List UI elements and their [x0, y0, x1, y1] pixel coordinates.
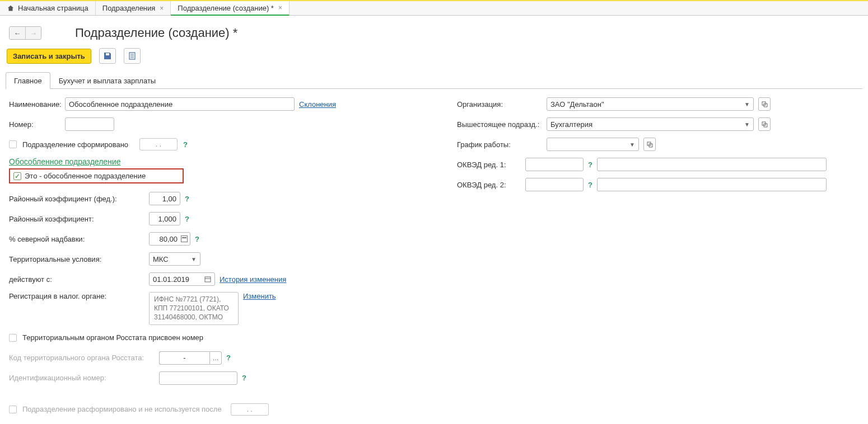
- sched-open-button[interactable]: [643, 138, 656, 151]
- list-button[interactable]: [124, 48, 141, 64]
- disband-date-input[interactable]: . .: [231, 403, 269, 416]
- tab-subdivisions-label: Подразделения: [102, 4, 156, 12]
- rosstat-checkbox[interactable]: [9, 334, 17, 342]
- north-input[interactable]: 80,00: [153, 235, 178, 243]
- coef-fed-input[interactable]: [149, 192, 180, 205]
- okved2-name-input[interactable]: [597, 178, 827, 191]
- number-label: Номер:: [9, 120, 65, 129]
- name-input[interactable]: [65, 97, 295, 111]
- help-icon[interactable]: ?: [195, 235, 199, 243]
- parent-value: Бухгалтерия: [550, 120, 592, 129]
- disband-checkbox[interactable]: [9, 406, 17, 413]
- reg-readonly: ИФНС №7721 (7721), КПП 772100101, ОКАТО …: [149, 292, 239, 325]
- formed-date-input[interactable]: . .: [139, 138, 178, 150]
- parent-label: Вышестоящее подразд.:: [457, 120, 547, 129]
- tab-subdivision-create[interactable]: Подразделение (создание) * ×: [171, 1, 290, 16]
- ident-label: Идентификационный номер:: [9, 374, 159, 382]
- calculator-icon[interactable]: [181, 235, 188, 242]
- page-title: Подразделение (создание) *: [75, 26, 237, 40]
- nav-back-button[interactable]: ←: [10, 27, 25, 39]
- close-icon[interactable]: ×: [278, 4, 282, 12]
- rosstat-label: Территориальным органом Росстата присвое…: [22, 333, 203, 342]
- okved1-label: ОКВЭД ред. 1:: [457, 161, 525, 169]
- okved2-code-input[interactable]: [525, 178, 584, 191]
- svg-rect-4: [205, 277, 211, 282]
- open-icon: [762, 121, 768, 128]
- help-icon[interactable]: ?: [588, 181, 592, 189]
- parent-open-button[interactable]: [758, 117, 771, 131]
- nav-forward-button[interactable]: →: [25, 27, 41, 39]
- tab-subdivision-create-label: Подразделение (создание) *: [178, 4, 274, 12]
- org-value: ЗАО "Дельтаон": [550, 100, 604, 109]
- help-icon[interactable]: ?: [226, 354, 231, 362]
- separate-section-title: Обособленное подразделение: [9, 157, 435, 166]
- rosstat-code-input[interactable]: [159, 351, 209, 365]
- save-icon: [103, 51, 112, 60]
- rosstat-lookup-button[interactable]: …: [209, 351, 222, 365]
- coef-fed-label: Районный коэффициент (фед.):: [9, 195, 149, 203]
- okved1-name-input[interactable]: [597, 158, 827, 171]
- parent-select[interactable]: Бухгалтерия ▼: [547, 117, 754, 131]
- tab-accounting[interactable]: Бухучет и выплата зарплаты: [50, 72, 165, 89]
- tab-main[interactable]: Главное: [6, 72, 50, 89]
- valid-from-input[interactable]: 01.01.2019: [149, 272, 215, 286]
- chevron-down-icon: ▼: [191, 256, 197, 262]
- is-separate-label: Это - обособленное подразделение: [25, 172, 146, 180]
- coef-label: Районный коэффициент:: [9, 215, 149, 223]
- nav-buttons: ← →: [9, 26, 41, 40]
- org-label: Организация:: [457, 100, 547, 109]
- number-input[interactable]: [65, 117, 114, 131]
- okved2-label: ОКВЭД ред. 2:: [457, 181, 525, 189]
- sched-select[interactable]: ▼: [547, 138, 639, 151]
- ident-input[interactable]: [159, 371, 237, 385]
- okved1-code-input[interactable]: [525, 158, 584, 171]
- save-button[interactable]: [99, 48, 116, 64]
- north-label: % северной надбавки:: [9, 235, 149, 243]
- help-icon[interactable]: ?: [185, 195, 189, 203]
- org-select[interactable]: ЗАО "Дельтаон" ▼: [547, 97, 754, 111]
- tab-home[interactable]: Начальная страница: [0, 1, 96, 15]
- help-icon[interactable]: ?: [185, 215, 189, 223]
- top-tab-bar: Начальная страница Подразделения × Подра…: [0, 0, 868, 16]
- save-close-button[interactable]: Записать и закрыть: [7, 49, 91, 64]
- help-icon[interactable]: ?: [242, 374, 246, 382]
- form-tabs: Главное Бухучет и выплата зарплаты: [6, 72, 862, 89]
- help-icon[interactable]: ?: [183, 140, 188, 149]
- terr-value: МКС: [153, 255, 169, 263]
- tab-subdivisions[interactable]: Подразделения ×: [96, 1, 171, 15]
- list-icon: [128, 51, 137, 60]
- disband-label: Подразделение расформировано и не исполь…: [22, 405, 222, 413]
- formed-checkbox[interactable]: [9, 140, 17, 148]
- coef-input[interactable]: [149, 212, 180, 225]
- calendar-icon: [204, 276, 211, 282]
- help-icon[interactable]: ?: [588, 161, 592, 169]
- chevron-down-icon: ▼: [744, 101, 750, 107]
- chevron-down-icon: ▼: [629, 142, 635, 148]
- history-link[interactable]: История изменения: [220, 275, 286, 284]
- open-icon: [762, 101, 768, 107]
- close-icon[interactable]: ×: [160, 4, 164, 12]
- rosstat-code-label: Код территориального органа Росстата:: [9, 354, 159, 362]
- org-open-button[interactable]: [758, 97, 771, 111]
- is-separate-checkbox[interactable]: [13, 172, 21, 180]
- declensions-link[interactable]: Склонения: [299, 100, 336, 109]
- chevron-down-icon: ▼: [744, 121, 750, 128]
- change-link[interactable]: Изменить: [243, 292, 276, 300]
- tab-home-label: Начальная страница: [18, 4, 88, 12]
- sched-label: График работы:: [457, 140, 547, 149]
- formed-label: Подразделение сформировано: [22, 140, 128, 149]
- home-icon: [7, 4, 15, 12]
- open-icon: [647, 142, 653, 148]
- valid-from-value: 01.01.2019: [153, 275, 189, 284]
- terr-label: Территориальные условия:: [9, 255, 149, 263]
- name-label: Наименование:: [9, 100, 65, 109]
- terr-select[interactable]: МКС ▼: [149, 252, 200, 266]
- reg-label: Регистрация в налог. органе:: [9, 292, 149, 300]
- separate-highlight-box: Это - обособленное подразделение: [9, 168, 184, 183]
- valid-from-label: действуют с:: [9, 275, 149, 284]
